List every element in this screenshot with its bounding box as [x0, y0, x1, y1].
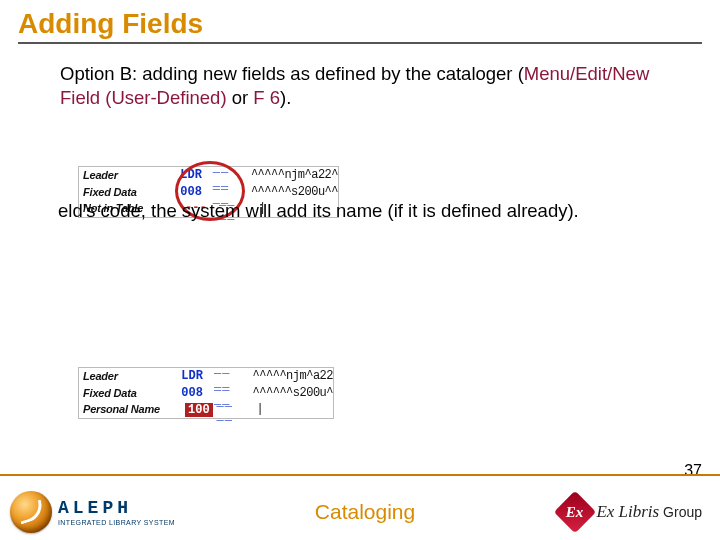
footer-rule [0, 474, 720, 476]
field-value: ^^^^^njm^a22 [253, 369, 333, 383]
field-code-selected: 100 [185, 403, 213, 417]
p1e: ). [280, 87, 291, 108]
field-value: | [257, 402, 333, 416]
field-code: 008 [181, 386, 214, 400]
field-label: Fixed Data [79, 387, 181, 399]
brand-left: ALEPH INTEGRATED LIBRARY SYSTEM [0, 484, 210, 540]
midline-text: eld's code, the system will add its name… [58, 199, 668, 223]
exlibris-name: Ex Libris Group [596, 502, 702, 522]
footer-title: Cataloging [210, 484, 520, 540]
brand-name: ALEPH [58, 499, 175, 517]
table-row: Fixed Data 008 __ __ ^^^^^^s200u^^ [79, 184, 338, 201]
field-label: Personal Name [79, 403, 185, 415]
indicators: __ __ [217, 395, 257, 423]
field-label: Fixed Data [79, 186, 180, 198]
body-text: Option B: adding new fields as defined b… [0, 44, 720, 109]
field-value: ^^^^^^s200u^^ [251, 185, 338, 199]
field-code: 008 [180, 185, 212, 199]
table-row: Personal Name 100 __ __ | [79, 401, 333, 418]
page-number: 37 [684, 462, 702, 480]
footer: ALEPH INTEGRATED LIBRARY SYSTEM Catalogi… [0, 484, 720, 540]
exlibris-logo-icon: Ex [554, 491, 596, 533]
table-row: Fixed Data 008 __ __ ^^^^^^s200u^ [79, 385, 333, 402]
field-value: ^^^^^njm^a22^ [251, 168, 338, 182]
field-label: Leader [79, 169, 180, 181]
slide-title: Adding Fields [0, 0, 720, 42]
shortcut-key: F 6 [253, 87, 280, 108]
field-code: LDR [180, 168, 212, 182]
brand-right: Ex Ex Libris Group [520, 484, 720, 540]
p1c: or [227, 87, 254, 108]
table-row: Leader LDR __ __ ^^^^^njm^a22 [79, 368, 333, 385]
field-label: Leader [79, 370, 181, 382]
aleph-logo-icon [10, 491, 52, 533]
field-value: ^^^^^^s200u^ [253, 386, 333, 400]
screenshot-after: Leader LDR __ __ ^^^^^njm^a22 Fixed Data… [78, 367, 334, 419]
table-row: Leader LDR __ __ ^^^^^njm^a22^ [79, 167, 338, 184]
field-code: LDR [181, 369, 214, 383]
p1a: Option B: adding new fields as defined b… [60, 63, 524, 84]
brand-subtitle: INTEGRATED LIBRARY SYSTEM [58, 519, 175, 526]
